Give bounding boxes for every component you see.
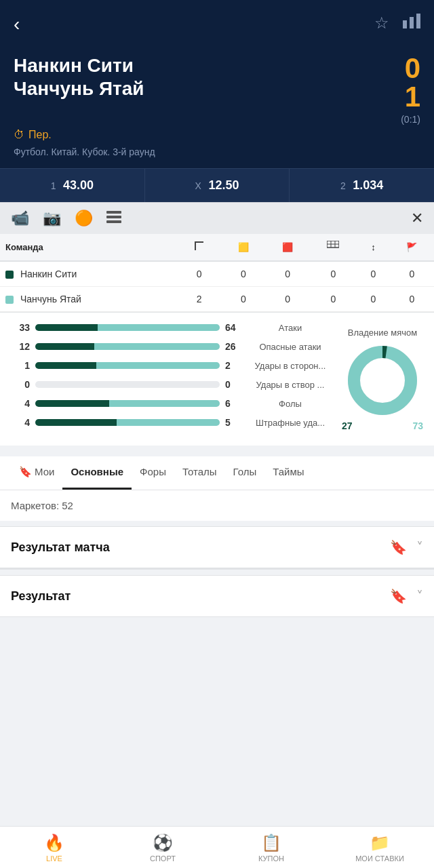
shots-wide-dark-fill bbox=[35, 362, 96, 369]
odd-draw[interactable]: X 12.50 bbox=[145, 169, 290, 202]
coupon-icon: 📋 bbox=[261, 833, 281, 852]
bottom-nav: 🔥 LIVE ⚽ СПОРТ 📋 КУПОН 📁 МОИ СТАВКИ bbox=[0, 826, 434, 868]
col-team: Команда bbox=[0, 234, 177, 261]
tab-halves[interactable]: Таймы bbox=[264, 456, 312, 490]
tab-handicaps[interactable]: Форы bbox=[132, 456, 174, 490]
sport-icon: ⚽ bbox=[153, 833, 173, 852]
bookmark-icon-result[interactable]: 🔖 bbox=[390, 539, 407, 555]
col-red: 🟥 bbox=[266, 234, 310, 261]
nav-live[interactable]: 🔥 LIVE bbox=[0, 827, 108, 868]
team-home-name: Нанкин Сити bbox=[20, 269, 77, 279]
fouls-light-fill bbox=[109, 400, 220, 407]
market-header-outcome[interactable]: Результат 🔖 ˅ bbox=[0, 576, 434, 616]
attacks-label: Атаки bbox=[250, 323, 331, 333]
fouls-right-num: 6 bbox=[225, 398, 244, 409]
odd-away[interactable]: 2 1.034 bbox=[290, 169, 434, 202]
nav-mybets[interactable]: 📁 МОИ СТАВКИ bbox=[326, 827, 434, 868]
chart-tab-icon[interactable]: 🟠 bbox=[75, 210, 93, 227]
fouls-dark-fill bbox=[35, 400, 109, 407]
betting-tabs: 🔖Мои Основные Форы Тоталы Голы Таймы bbox=[0, 456, 434, 490]
dangerous-left-num: 12 bbox=[11, 341, 30, 352]
stats-icon[interactable] bbox=[403, 14, 420, 33]
score-home: 0 bbox=[405, 54, 420, 83]
odd-home[interactable]: 1 43.00 bbox=[0, 169, 145, 202]
chevron-down-icon-result[interactable]: ˅ bbox=[416, 539, 423, 555]
odds-row: 1 43.00 X 12.50 2 1.034 bbox=[0, 168, 434, 202]
away-sub: 0 bbox=[310, 287, 357, 312]
dangerous-bar bbox=[35, 343, 220, 350]
my-tab-icon: 🔖 bbox=[19, 466, 32, 477]
tab-my[interactable]: 🔖Мои bbox=[11, 456, 62, 490]
freekicks-left-num: 4 bbox=[11, 417, 30, 428]
shots-wide-label: Удары в сторон... bbox=[250, 361, 331, 371]
tab-main[interactable]: Основные bbox=[62, 456, 132, 490]
home-yellow: 0 bbox=[221, 261, 265, 287]
stat-row-fouls: 4 6 Фолы bbox=[11, 398, 331, 409]
attacks-right-num: 64 bbox=[225, 322, 244, 333]
bookmark-icon-outcome[interactable]: 🔖 bbox=[390, 588, 407, 604]
table-row: Нанкин Сити 0 0 0 0 0 0 bbox=[0, 261, 434, 287]
fouls-bar-fill bbox=[35, 400, 220, 407]
status-clock-icon: ⏱ bbox=[14, 129, 24, 141]
market-header-result[interactable]: Результат матча 🔖 ˅ bbox=[0, 527, 434, 568]
dangerous-light-fill bbox=[94, 343, 220, 350]
nav-sport[interactable]: ⚽ СПОРТ bbox=[108, 827, 217, 868]
odd-home-label: 1 bbox=[51, 180, 56, 191]
freekicks-dark-fill bbox=[35, 419, 117, 426]
stat-row-freekicks: 4 5 Штрафные уда... bbox=[11, 417, 331, 428]
table-tab-icon[interactable] bbox=[106, 210, 121, 227]
attacks-light-fill bbox=[98, 324, 220, 331]
dangerous-label: Опасные атаки bbox=[250, 342, 331, 352]
shots-target-bar bbox=[35, 381, 220, 388]
svg-rect-4 bbox=[106, 216, 121, 218]
away-attacks: 0 bbox=[357, 287, 390, 312]
shots-wide-bar-fill bbox=[35, 362, 220, 369]
chevron-down-icon-outcome[interactable]: ˅ bbox=[416, 588, 423, 604]
home-sub: 0 bbox=[310, 261, 357, 287]
away-yellow: 0 bbox=[221, 287, 265, 312]
favorite-icon[interactable]: ☆ bbox=[374, 14, 389, 33]
market-actions-result: 🔖 ˅ bbox=[390, 539, 423, 555]
divider bbox=[0, 446, 434, 451]
away-flags: 0 bbox=[390, 287, 434, 312]
possession-donut: Владение мячом 27 73 bbox=[342, 322, 423, 436]
tab-totals[interactable]: Тоталы bbox=[174, 456, 225, 490]
photo-tab-icon[interactable]: 📷 bbox=[43, 210, 61, 227]
tab-goals[interactable]: Голы bbox=[225, 456, 265, 490]
stat-row-shots-target: 0 0 Удары в створ ... bbox=[11, 379, 331, 390]
stats-table-header: Команда 🟨 🟥 ↕ 🚩 bbox=[0, 234, 434, 261]
nav-coupon[interactable]: 📋 КУПОН bbox=[217, 827, 326, 868]
score-half: (0:1) bbox=[401, 114, 420, 125]
dangerous-right-num: 26 bbox=[225, 341, 244, 352]
fouls-label: Фолы bbox=[250, 399, 331, 409]
stats-table: Команда 🟨 🟥 ↕ 🚩 bbox=[0, 234, 434, 312]
back-button[interactable]: ‹ bbox=[14, 14, 20, 35]
shots-wide-left-num: 1 bbox=[11, 360, 30, 371]
freekicks-right-num: 5 bbox=[225, 417, 244, 428]
home-flags: 0 bbox=[390, 261, 434, 287]
col-flags: 🚩 bbox=[390, 234, 434, 261]
home-attacks: 0 bbox=[357, 261, 390, 287]
shots-wide-right-num: 2 bbox=[225, 360, 244, 371]
score-away: 1 bbox=[405, 83, 420, 111]
home-red: 0 bbox=[266, 261, 310, 287]
freekicks-light-fill bbox=[117, 419, 220, 426]
possession-right-label: 73 bbox=[412, 420, 423, 431]
stats-close-button[interactable]: ✕ bbox=[411, 210, 423, 227]
away-corners: 2 bbox=[177, 287, 221, 312]
match-status: Пер. bbox=[28, 129, 52, 141]
attacks-dark-fill bbox=[35, 324, 98, 331]
odd-away-value: 1.034 bbox=[353, 178, 383, 192]
shots-target-left-num: 0 bbox=[11, 379, 30, 390]
dangerous-dark-fill bbox=[35, 343, 94, 350]
team-away-color bbox=[5, 296, 14, 304]
team-away-cell: Чанчунь Ятай bbox=[0, 287, 177, 312]
attacks-bar-fill bbox=[35, 324, 220, 331]
team-away-name: Чанчунь Ятай bbox=[20, 294, 81, 304]
possession-title: Владение мячом bbox=[348, 328, 418, 338]
fouls-bar bbox=[35, 400, 220, 407]
odd-home-value: 43.00 bbox=[63, 178, 94, 192]
svg-rect-1 bbox=[410, 17, 414, 28]
video-tab-icon[interactable]: 📹 bbox=[11, 210, 29, 227]
possession-left-label: 27 bbox=[342, 420, 353, 431]
